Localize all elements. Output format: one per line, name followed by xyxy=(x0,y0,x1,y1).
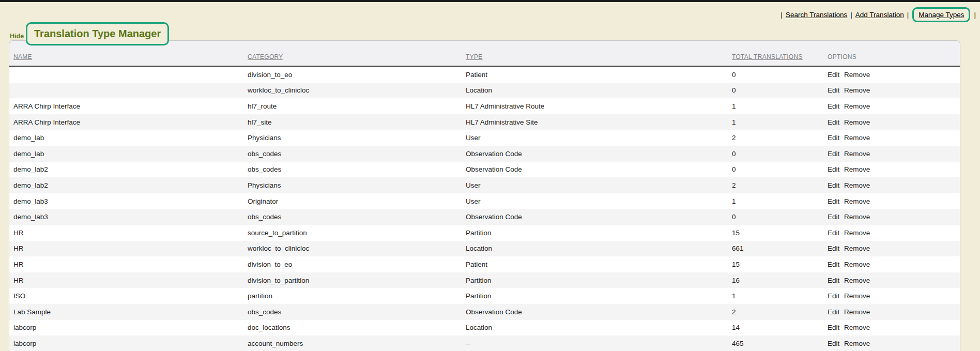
remove-link[interactable]: Remove xyxy=(844,134,870,142)
table-row: ISO partition Partition 1 Edit Remove xyxy=(9,288,960,304)
cell-type: Location xyxy=(465,83,731,99)
cell-category: hl7_route xyxy=(247,98,465,114)
cell-category: workloc_to_clinicloc xyxy=(247,83,465,99)
top-border-bar xyxy=(0,0,980,2)
cell-category: Physicians xyxy=(247,130,465,146)
cell-name xyxy=(9,83,247,99)
cell-category: obs_codes xyxy=(247,146,465,162)
edit-link[interactable]: Edit xyxy=(828,277,839,284)
cell-name: demo_lab3 xyxy=(9,193,247,209)
top-nav: | Search Translations | Add Translation … xyxy=(781,6,976,23)
edit-link[interactable]: Edit xyxy=(828,229,839,237)
remove-link[interactable]: Remove xyxy=(844,292,870,300)
nav-add-translation-link[interactable]: Add Translation xyxy=(855,11,904,19)
cell-total-translations: 465 xyxy=(731,335,827,351)
remove-link[interactable]: Remove xyxy=(844,181,870,189)
cell-category: source_to_partition xyxy=(247,225,465,241)
edit-link[interactable]: Edit xyxy=(828,150,839,158)
edit-link[interactable]: Edit xyxy=(828,197,839,205)
cell-name: ISO xyxy=(9,288,247,304)
column-header-type[interactable]: TYPE xyxy=(465,41,731,66)
cell-options: Edit Remove xyxy=(827,272,960,288)
nav-search-translations-link[interactable]: Search Translations xyxy=(786,11,847,19)
remove-link[interactable]: Remove xyxy=(844,86,870,94)
remove-link[interactable]: Remove xyxy=(844,102,870,110)
cell-options: Edit Remove xyxy=(827,241,960,257)
cell-type: -- xyxy=(465,335,731,351)
edit-link[interactable]: Edit xyxy=(828,181,839,189)
table-row: Lab Sample obs_codes Observation Code 2 … xyxy=(9,304,960,320)
remove-link[interactable]: Remove xyxy=(844,213,870,221)
cell-name: ARRA Chirp Interface xyxy=(9,98,247,114)
cell-total-translations: 0 xyxy=(731,162,827,178)
cell-total-translations: 14 xyxy=(731,320,827,336)
cell-name: demo_lab xyxy=(9,146,247,162)
cell-name: demo_lab2 xyxy=(9,162,247,178)
cell-options: Edit Remove xyxy=(827,177,960,193)
edit-link[interactable]: Edit xyxy=(828,71,839,79)
remove-link[interactable]: Remove xyxy=(844,245,870,252)
remove-link[interactable]: Remove xyxy=(844,165,870,173)
cell-total-translations: 1 xyxy=(731,114,827,130)
cell-name: Lab Sample xyxy=(9,304,247,320)
cell-name: demo_lab xyxy=(9,130,247,146)
cell-options: Edit Remove xyxy=(827,320,960,336)
edit-link[interactable]: Edit xyxy=(828,86,839,94)
edit-link[interactable]: Edit xyxy=(828,324,839,331)
cell-options: Edit Remove xyxy=(827,288,960,304)
edit-link[interactable]: Edit xyxy=(828,213,839,221)
edit-link[interactable]: Edit xyxy=(828,134,839,142)
cell-total-translations: 16 xyxy=(731,272,827,288)
cell-total-translations: 0 xyxy=(731,146,827,162)
edit-link[interactable]: Edit xyxy=(828,340,839,347)
table-row: demo_lab3 obs_codes Observation Code 0 E… xyxy=(9,209,960,225)
column-header-category[interactable]: CATEGORY xyxy=(247,41,465,66)
cell-total-translations: 1 xyxy=(731,98,827,114)
cell-type: Partition xyxy=(465,272,731,288)
remove-link[interactable]: Remove xyxy=(844,197,870,205)
cell-type: Observation Code xyxy=(465,162,731,178)
cell-type: Partition xyxy=(465,288,731,304)
remove-link[interactable]: Remove xyxy=(844,229,870,237)
cell-name: demo_lab3 xyxy=(9,209,247,225)
cell-category: obs_codes xyxy=(247,209,465,225)
cell-type: Observation Code xyxy=(465,209,731,225)
edit-link[interactable]: Edit xyxy=(828,245,839,252)
remove-link[interactable]: Remove xyxy=(844,71,870,79)
remove-link[interactable]: Remove xyxy=(844,324,870,331)
cell-options: Edit Remove xyxy=(827,66,960,83)
cell-options: Edit Remove xyxy=(827,83,960,99)
remove-link[interactable]: Remove xyxy=(844,340,870,347)
cell-category: Originator xyxy=(247,193,465,209)
remove-link[interactable]: Remove xyxy=(844,261,870,268)
edit-link[interactable]: Edit xyxy=(828,102,839,110)
cell-total-translations: 1 xyxy=(731,288,827,304)
edit-link[interactable]: Edit xyxy=(828,261,839,268)
remove-link[interactable]: Remove xyxy=(844,118,870,126)
cell-options: Edit Remove xyxy=(827,335,960,351)
remove-link[interactable]: Remove xyxy=(844,277,870,284)
cell-category: division_to_eo xyxy=(247,66,465,83)
table-row: HR source_to_partition Partition 15 Edit… xyxy=(9,225,960,241)
edit-link[interactable]: Edit xyxy=(828,165,839,173)
cell-options: Edit Remove xyxy=(827,146,960,162)
nav-manage-types-link[interactable]: Manage Types xyxy=(918,11,964,19)
cell-category: division_to_eo xyxy=(247,256,465,272)
cell-total-translations: 0 xyxy=(731,83,827,99)
cell-type: Patient xyxy=(465,66,731,83)
remove-link[interactable]: Remove xyxy=(844,150,870,158)
nav-separator: | xyxy=(974,11,976,19)
cell-type: User xyxy=(465,130,731,146)
cell-total-translations: 1 xyxy=(731,193,827,209)
table-row: demo_lab obs_codes Observation Code 0 Ed… xyxy=(9,146,960,162)
edit-link[interactable]: Edit xyxy=(828,118,839,126)
edit-link[interactable]: Edit xyxy=(828,308,839,316)
remove-link[interactable]: Remove xyxy=(844,308,870,316)
cell-type: Location xyxy=(465,320,731,336)
cell-options: Edit Remove xyxy=(827,162,960,178)
edit-link[interactable]: Edit xyxy=(828,292,839,300)
hide-link[interactable]: Hide xyxy=(9,33,25,40)
column-header-total-translations[interactable]: TOTAL TRANSLATIONS xyxy=(731,41,827,66)
cell-name: HR xyxy=(9,225,247,241)
nav-separator: | xyxy=(850,11,852,19)
